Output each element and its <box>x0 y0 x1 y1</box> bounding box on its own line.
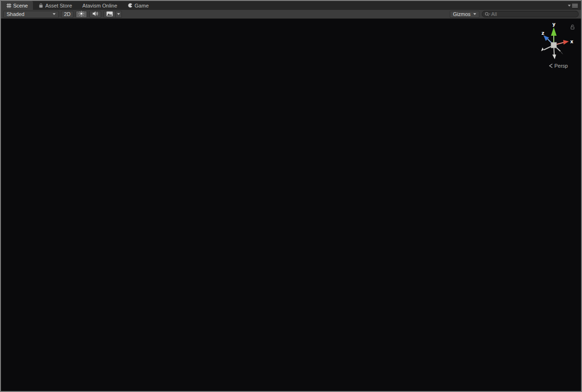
projection-toggle[interactable]: Persp <box>549 63 568 69</box>
axis-arms <box>541 27 569 59</box>
tab-asset-store[interactable]: Asset Store <box>33 1 77 10</box>
tab-label: Scene <box>13 3 28 8</box>
gizmo-cube <box>551 42 557 48</box>
gizmos-dropdown[interactable]: Gizmos <box>450 11 479 18</box>
audio-toggle-button[interactable] <box>89 11 101 18</box>
lighting-toggle-button[interactable] <box>76 11 87 18</box>
draw-mode-label: Shaded <box>7 11 24 17</box>
scene-canvas <box>1 19 581 391</box>
tab-bar: Scene Asset Store Atavism Online Game <box>1 1 581 10</box>
axis-x-label: x <box>570 39 574 44</box>
tab-game[interactable]: Game <box>122 1 154 10</box>
search-icon[interactable] <box>485 12 490 17</box>
tab-scene[interactable]: Scene <box>1 1 33 10</box>
unity-editor-window: Scene Asset Store Atavism Online Game Sh… <box>0 0 582 392</box>
image-effects-icon <box>106 11 113 17</box>
game-icon <box>128 3 133 8</box>
persp-icon <box>549 63 553 68</box>
search-input[interactable] <box>491 11 576 17</box>
gizmos-label: Gizmos <box>453 11 470 17</box>
projection-label: Persp <box>554 63 568 69</box>
scene-search-field <box>482 11 579 17</box>
tab-label: Game <box>135 3 149 8</box>
2d-toggle-button[interactable]: 2D <box>61 11 73 18</box>
chevron-down-icon <box>473 13 476 15</box>
scene-toolbar: Shaded 2D Gizm <box>1 10 581 19</box>
tab-label: Asset Store <box>45 3 72 8</box>
axis-y-cone <box>551 27 557 36</box>
sun-icon <box>79 11 84 17</box>
chevron-down-icon <box>117 13 120 15</box>
grid-icon <box>6 3 11 8</box>
effects-dropdown-button[interactable] <box>116 11 122 18</box>
axis-x-cone <box>563 40 569 45</box>
tab-atavism-online[interactable]: Atavism Online <box>77 1 122 10</box>
axis-z-label: z <box>542 31 544 36</box>
panel-menu-icon[interactable] <box>565 1 581 10</box>
effects-button-group <box>104 11 122 18</box>
audio-icon <box>92 11 98 17</box>
lock-icon[interactable] <box>570 24 575 29</box>
tab-label: Atavism Online <box>82 3 117 8</box>
effects-toggle-button[interactable] <box>104 11 116 18</box>
scene-viewport[interactable]: y z x Persp <box>1 19 581 391</box>
draw-mode-dropdown[interactable]: Shaded <box>3 11 59 18</box>
chevron-down-icon <box>53 13 56 15</box>
bag-icon <box>38 3 43 8</box>
axis-y-label: y <box>552 22 556 27</box>
